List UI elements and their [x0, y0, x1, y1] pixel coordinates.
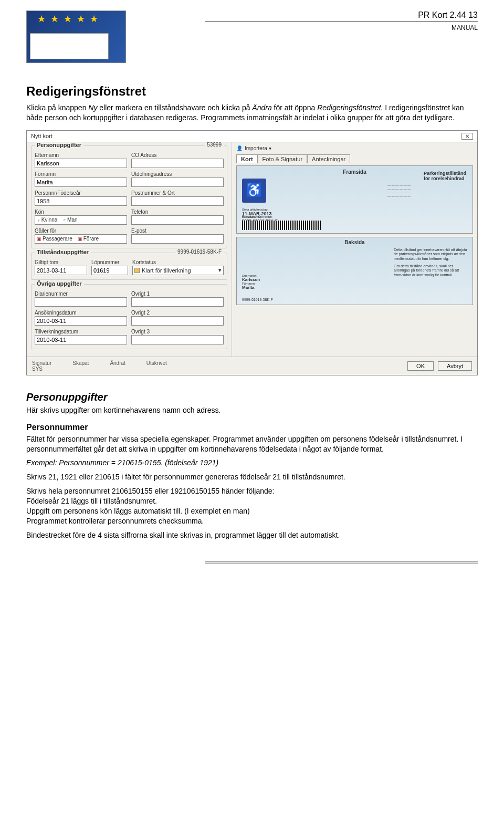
right-column: 👤 Importera ▾ Kort Foto & Signatur Antec…	[232, 142, 477, 357]
input-giltigt-tom[interactable]	[35, 266, 87, 275]
input-fornamn[interactable]	[35, 177, 127, 187]
signatur-value: SYS	[32, 366, 43, 372]
label-diarienummer: Diarienummer	[35, 291, 127, 297]
card-front-preview: Framsida ♿ Parkeringstillstånd för rörel…	[236, 165, 473, 234]
header-rule	[205, 21, 478, 22]
back-efternamn-value: Karlsson	[242, 277, 260, 282]
barcode-icon	[242, 221, 321, 230]
back-names: Efternamn Karlsson Förnamn Marita	[242, 274, 260, 290]
input-epost[interactable]	[131, 234, 224, 244]
left-column: Personuppgifter 53999 Efternamn CO Adres…	[27, 142, 232, 357]
footer-meta: SignaturSYS Skapat Ändrat Utskrivet	[32, 360, 167, 372]
section1-paragraph: Klicka på knappen Ny eller markera en ti…	[26, 103, 478, 123]
em-redfon: Redigeringsfönstret.	[317, 103, 383, 112]
tab-anteckningar[interactable]: Anteckningar	[307, 154, 350, 163]
header-right: PR Kort 2.44 13 MANUAL	[126, 11, 478, 32]
input-telefon[interactable]	[131, 215, 224, 225]
tab-kort[interactable]: Kort	[236, 154, 258, 163]
section3-p6: Programmet kontrollerar personnumrets ch…	[26, 516, 478, 526]
group-right-value: 53999	[205, 142, 224, 148]
window-footer: SignaturSYS Skapat Ändrat Utskrivet OK A…	[27, 357, 477, 375]
label-tillverkningsdatum: Tillverkningsdatum	[35, 329, 127, 335]
input-diarienummer[interactable]	[35, 297, 127, 307]
front-title: Parkeringstillstånd för rörelsehindrad	[424, 171, 466, 182]
section3-p4: Födelseår 21 läggs till i tillståndsnumr…	[26, 496, 478, 506]
label-lopnummer: Löpnummer	[91, 259, 128, 265]
group-legend: Övriga uppgifter	[35, 280, 84, 287]
front-issuer: Provlund Kommun	[242, 215, 272, 218]
group-legend: Tillståndsuppgifter	[35, 249, 91, 255]
label-utdelningsadress: Utdelningsadress	[131, 171, 224, 177]
card-back-preview: Baksida Detta tillstånd ger innehavaren …	[236, 237, 473, 305]
ok-button[interactable]: OK	[407, 361, 434, 371]
avbryt-button[interactable]: Avbryt	[438, 361, 472, 371]
label-kortstatus: Kortstatus	[132, 259, 224, 265]
section2-paragraph: Här skrivs uppgifter om kortinnehavarens…	[26, 405, 478, 415]
label-co-adress: CO Adress	[131, 152, 224, 158]
group-legend: Personuppgifter	[35, 142, 83, 148]
input-ovrigt3[interactable]	[131, 335, 224, 344]
input-ovrigt1[interactable]	[131, 297, 224, 307]
select-kortstatus[interactable]: Klart för tillverkning ▾	[132, 266, 224, 275]
back-text: Detta tillstånd ger innehavaren rätt att…	[394, 248, 467, 277]
section3-p7: Bindestrecket före de 4 sista siffrorna …	[26, 530, 478, 540]
driver-icon: ▣	[78, 236, 82, 242]
section3-p3: Skrivs hela personnumret 2106150155 elle…	[26, 486, 478, 496]
label-ovrigt1: Övrigt 1	[131, 291, 224, 297]
text: eller markera en tillståndshavare och kl…	[97, 103, 252, 112]
input-ansokningsdatum[interactable]	[35, 316, 127, 326]
label-giltigt-tom: Giltigt tom	[35, 259, 87, 265]
female-icon: ♀	[37, 217, 40, 223]
close-icon[interactable]: ✕	[461, 133, 473, 140]
front-fineprint: — — — — — —— — — — — —— — — — — —— — — —…	[387, 184, 466, 199]
passenger-icon: ▣	[37, 236, 41, 242]
label-kon: Kön	[35, 209, 127, 215]
input-lopnummer[interactable]	[91, 266, 128, 275]
input-efternamn[interactable]	[35, 159, 127, 168]
section-heading-personnummer: Personnummer	[26, 423, 478, 432]
section3-p1: Fältet för personnummer har vissa specie…	[26, 434, 478, 454]
radio-galler-for[interactable]: ▣Passagerare ▣Förare	[35, 234, 127, 244]
radio-man[interactable]: Man	[67, 217, 77, 223]
input-postnummer-ort[interactable]	[131, 196, 224, 206]
radio-kvinna[interactable]: Kvinna	[41, 217, 58, 223]
back-text-2: Om detta tillstånd används, skall det an…	[394, 264, 467, 277]
preview-tabs: Kort Foto & Signatur Anteckningar	[236, 154, 473, 163]
footer-rule-1	[205, 561, 478, 562]
back-header: Baksida	[237, 239, 472, 245]
label-ansokningsdatum: Ansökningsdatum	[35, 310, 127, 316]
logo-image: ★ ★ ★ ★ ★	[26, 11, 126, 63]
radio-forare[interactable]: Förare	[83, 236, 99, 242]
eu-stars-icon: ★ ★ ★ ★ ★	[37, 13, 99, 25]
radio-passagerare[interactable]: Passagerare	[43, 236, 72, 242]
group-ovriga-uppgifter: Övriga uppgifter Diarienummer Övrigt 1	[31, 284, 227, 349]
text: för att öppna	[272, 103, 317, 112]
page-footer	[26, 561, 478, 565]
tab-foto-signatur[interactable]: Foto & Signatur	[258, 154, 307, 163]
label-ovrigt2: Övrigt 2	[131, 310, 224, 316]
status-color-icon	[134, 268, 140, 273]
section3-p5: Uppgift om personens kön läggs automatis…	[26, 506, 478, 516]
front-date-label: Sista giltighetsdag	[242, 208, 272, 211]
header-subtitle: MANUAL	[452, 24, 478, 32]
label-epost: E-post	[131, 228, 224, 234]
input-tillverkningsdatum[interactable]	[35, 335, 127, 344]
em-ny: Ny	[88, 103, 97, 112]
input-utdelningsadress[interactable]	[131, 177, 224, 187]
back-text-1: Detta tillstånd ger innehavaren rätt att…	[394, 248, 467, 261]
em-andra: Ändra	[252, 103, 271, 112]
chevron-down-icon: ▾	[218, 267, 222, 274]
back-fornamn-value: Marita	[242, 285, 260, 290]
input-co-adress[interactable]	[131, 159, 224, 168]
input-personnr[interactable]	[35, 196, 127, 206]
radio-kon[interactable]: ♀Kvinna ♂Man	[35, 215, 127, 225]
label-ovrigt3: Övrigt 3	[131, 329, 224, 335]
import-button[interactable]: 👤 Importera ▾	[236, 145, 473, 151]
section-heading-personuppgifter: Personuppgifter	[26, 391, 478, 403]
input-ovrigt2[interactable]	[131, 316, 224, 326]
male-icon: ♂	[62, 217, 66, 223]
label-telefon: Telefon	[131, 209, 224, 215]
wheelchair-icon: ♿	[242, 179, 266, 203]
back-serial: 9999-01619-58K-F	[242, 298, 273, 301]
label-fornamn: Förnamn	[35, 171, 127, 177]
